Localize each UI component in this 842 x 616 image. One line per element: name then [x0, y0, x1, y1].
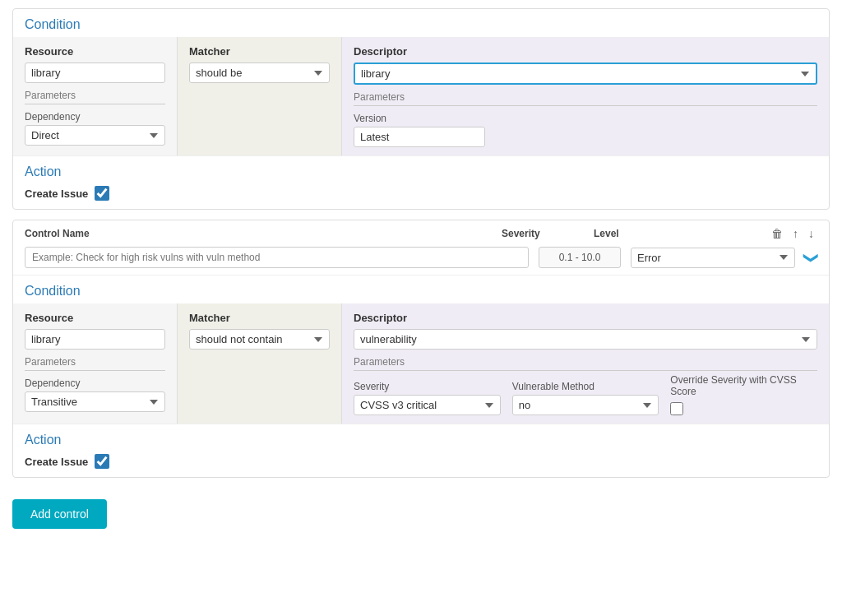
dependency-select-1[interactable]: Direct Transitive Any	[25, 125, 165, 146]
action-1-title: Action	[25, 164, 817, 179]
vulnerable-method-select[interactable]: no yes	[512, 395, 659, 415]
matcher-select-2[interactable]: should be should not contain should cont…	[189, 329, 330, 350]
level-select[interactable]: Error Warning Info	[631, 248, 795, 268]
condition-1-title: Condition	[13, 9, 829, 37]
matcher-label-2: Matcher	[189, 312, 330, 324]
condition-section-1: Condition Resource Parameters Dependency…	[13, 9, 829, 155]
action-2-row: Create Issue	[25, 454, 817, 469]
params-label-1: Parameters	[25, 90, 165, 104]
control-name-col	[25, 247, 529, 268]
control-name-header: Control Name	[25, 228, 492, 239]
descriptor-label-1: Descriptor	[354, 45, 817, 58]
control-action-icons: 🗑 ↑ ↓	[768, 225, 817, 242]
action-1-row: Create Issue	[25, 186, 817, 201]
resource-label-2: Resource	[25, 312, 165, 324]
down-icon[interactable]: ↓	[805, 225, 817, 242]
resource-label-1: Resource	[25, 45, 165, 58]
dependency-label-1: Dependency	[25, 111, 165, 123]
action-section-2: Action Create Issue	[13, 424, 829, 477]
severity-select-2[interactable]: CVSS v3 critical CVSS v3 high CVSS v3 me…	[354, 395, 501, 415]
dependency-label-2: Dependency	[25, 377, 165, 389]
condition-1-resource-col: Resource Parameters Dependency Direct Tr…	[13, 37, 178, 155]
dependency-select-2[interactable]: Direct Transitive Any	[25, 391, 165, 412]
control-header-row: Control Name Severity Level 🗑 ↑ ↓	[13, 220, 829, 243]
matcher-select-1[interactable]: should be should not contain should cont…	[189, 63, 330, 83]
control-severity-header: Severity	[502, 228, 584, 239]
condition-2-resource-col: Resource Parameters Dependency Direct Tr…	[13, 303, 178, 424]
vulnerable-method-col: Vulnerable Method no yes	[512, 374, 659, 415]
action-section-1: Action Create Issue	[13, 155, 829, 209]
override-col: Override Severity with CVSS Score	[670, 374, 817, 415]
control-inputs-row: 0.1 - 10.0 Error Warning Info ❯	[13, 243, 829, 275]
params-label-2: Parameters	[25, 356, 165, 371]
vulnerable-method-label: Vulnerable Method	[512, 381, 659, 392]
control-level-header: Level	[594, 228, 758, 239]
up-icon[interactable]: ↑	[789, 225, 802, 242]
control-name-input[interactable]	[25, 247, 529, 268]
severity-range-display: 0.1 - 10.0	[539, 247, 621, 268]
control-block-1: Condition Resource Parameters Dependency…	[12, 8, 830, 210]
matcher-label-1: Matcher	[189, 45, 330, 58]
descriptor-select-1[interactable]: library vulnerability license	[354, 63, 817, 85]
condition-2-matcher-col: Matcher should be should not contain sho…	[178, 303, 342, 424]
severity-col: Severity CVSS v3 critical CVSS v3 high C…	[354, 374, 501, 415]
resource-input-2[interactable]	[25, 329, 165, 350]
condition-1-descriptor-col: Descriptor library vulnerability license…	[342, 37, 829, 155]
condition-1-matcher-col: Matcher should be should not contain sho…	[178, 37, 342, 155]
add-control-button[interactable]: Add control	[12, 499, 107, 529]
create-issue-checkbox-1[interactable]	[95, 186, 109, 201]
version-label-1: Version	[354, 113, 817, 124]
create-issue-label-2: Create Issue	[25, 456, 88, 468]
version-input-1[interactable]	[354, 127, 485, 147]
condition-2-title: Condition	[13, 276, 829, 303]
descriptor-params-label-1: Parameters	[354, 91, 817, 106]
override-checkbox[interactable]	[670, 402, 683, 415]
descriptor-label-2: Descriptor	[354, 312, 817, 324]
create-issue-checkbox-2[interactable]	[95, 454, 109, 469]
control-level-col: Error Warning Info	[631, 248, 795, 268]
control-severity-col: 0.1 - 10.0	[539, 247, 621, 268]
condition-2-descriptor-col: Descriptor library vulnerability license…	[342, 303, 829, 424]
action-2-title: Action	[25, 433, 817, 447]
condition-section-2: Condition Resource Parameters Dependency…	[13, 275, 829, 424]
descriptor-select-2[interactable]: library vulnerability license	[354, 329, 817, 350]
create-issue-label-1: Create Issue	[25, 188, 88, 200]
chevron-down-icon[interactable]: ❯	[803, 252, 821, 264]
control-chevron[interactable]: ❯	[805, 248, 817, 266]
control-row-section: Control Name Severity Level 🗑 ↑ ↓ 0.1 - …	[12, 220, 830, 478]
override-label: Override Severity with CVSS Score	[670, 374, 817, 397]
severity-field-label: Severity	[354, 381, 501, 392]
delete-icon[interactable]: 🗑	[768, 225, 786, 242]
resource-input-1[interactable]	[25, 63, 165, 83]
descriptor-params-label-2: Parameters	[354, 356, 817, 371]
